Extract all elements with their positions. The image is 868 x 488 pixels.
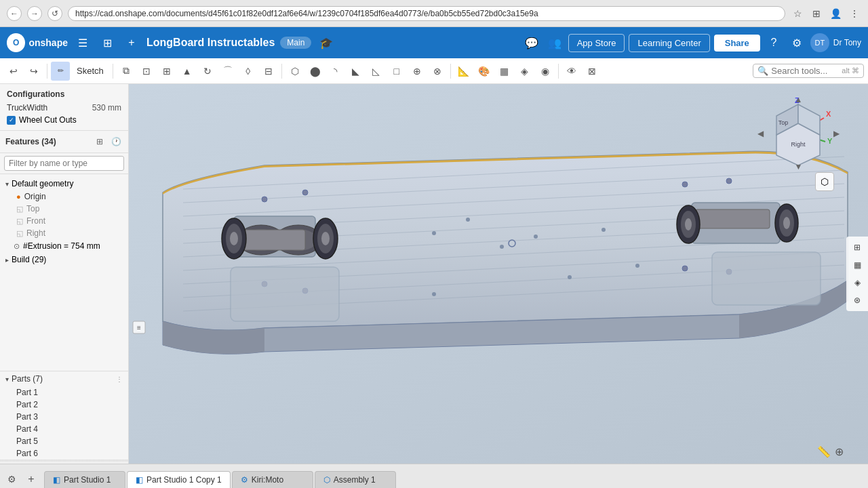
tab-kiri-moto[interactable]: ⚙ Kiri:Moto <box>232 471 313 488</box>
undo-button[interactable]: ↩ <box>4 62 23 81</box>
cube-nav-down[interactable]: ▼ <box>795 162 803 171</box>
svg-point-37 <box>682 266 688 271</box>
right-tool-1[interactable]: ⊞ <box>849 239 865 256</box>
url-bar[interactable]: https://cad.onshape.com/documents/d45f61… <box>68 6 785 21</box>
parts-scroll-fade <box>0 460 128 464</box>
measure-icon[interactable]: 📏 <box>817 445 831 458</box>
sketch-button[interactable]: ✏ <box>51 62 70 81</box>
measure-tool[interactable]: 📐 <box>454 62 473 81</box>
back-button[interactable]: ← <box>7 6 22 21</box>
top-plane-item[interactable]: ◱ Top <box>0 203 128 215</box>
toolbar-separator-1 <box>47 64 47 79</box>
help-icon[interactable]: ? <box>764 33 783 52</box>
user-avatar[interactable]: DT <box>810 33 829 52</box>
sweep-tool[interactable]: ⌒ <box>218 62 237 81</box>
pattern-tool[interactable]: ⊞ <box>157 62 176 81</box>
cube-tool[interactable]: ⬡ <box>285 62 304 81</box>
render-tool[interactable]: ◉ <box>536 62 555 81</box>
chamfer-tool[interactable]: ◣ <box>347 62 366 81</box>
doc-branch[interactable]: Main <box>280 37 311 49</box>
forward-button[interactable]: → <box>27 6 42 21</box>
tab-part-studio-copy[interactable]: ◧ Part Studio 1 Copy 1 <box>127 471 231 488</box>
expand-all-icon[interactable]: ⊞ <box>93 135 106 148</box>
list-item[interactable]: Part 1 <box>0 386 128 399</box>
add-tab-button[interactable]: + <box>22 470 40 488</box>
app-store-button[interactable]: App Store <box>568 34 625 52</box>
mirror-tool[interactable]: ⊡ <box>137 62 156 81</box>
axis-icon[interactable]: ⊕ <box>835 445 844 458</box>
list-item[interactable]: Part 5 <box>0 435 128 447</box>
shell-tool[interactable]: □ <box>387 62 406 81</box>
cube-nav-left[interactable]: ◀ <box>757 129 764 138</box>
hamburger-menu[interactable]: ☰ <box>73 33 92 52</box>
search-tools-input[interactable] <box>771 66 839 76</box>
cube-nav-up[interactable]: ▲ <box>795 95 803 104</box>
feature-filter-input[interactable] <box>4 156 124 171</box>
history-icon[interactable]: 🕐 <box>109 135 123 148</box>
extrude-tool[interactable]: ▲ <box>178 62 197 81</box>
list-item[interactable]: Part 4 <box>0 423 128 435</box>
appearance-tool[interactable]: 🎨 <box>475 62 494 81</box>
draft-tool[interactable]: ◺ <box>367 62 386 81</box>
right-tool-3[interactable]: ◈ <box>849 274 865 291</box>
tab-settings-area: ⚙ + <box>3 470 40 488</box>
default-geometry-header[interactable]: ▾ Default geometry <box>0 177 128 190</box>
offset-tool[interactable]: ⊟ <box>259 62 278 81</box>
cylinder-tool[interactable]: ⬤ <box>306 62 325 81</box>
right-plane-item[interactable]: ◱ Right <box>0 227 128 239</box>
build-section[interactable]: ▸ Build (29) <box>0 253 128 266</box>
filter-box <box>0 153 128 174</box>
right-tool-2[interactable]: ▦ <box>849 257 865 273</box>
cube-nav-right[interactable]: ▶ <box>833 129 840 138</box>
view-options[interactable]: 👁 <box>562 62 581 81</box>
redo-button[interactable]: ↪ <box>24 62 43 81</box>
new-doc-button[interactable]: + <box>122 33 141 52</box>
profile-icon[interactable]: 👤 <box>829 7 842 20</box>
origin-item[interactable]: ● Origin <box>0 190 128 203</box>
sketch-label[interactable]: Sketch <box>71 63 109 79</box>
bookmark-icon[interactable]: ☆ <box>791 7 804 20</box>
tab-part-studio-1[interactable]: ◧ Part Studio 1 <box>44 471 125 488</box>
assign-material[interactable]: ▦ <box>495 62 514 81</box>
list-item[interactable]: Part 3 <box>0 411 128 423</box>
view-style-button[interactable]: ⬡ <box>815 172 834 191</box>
split-tool[interactable]: ⊗ <box>428 62 447 81</box>
onshape-logo[interactable]: O onshape <box>7 33 68 52</box>
fillet-tool[interactable]: ◝ <box>326 62 345 81</box>
copy-tool[interactable]: ⧉ <box>117 62 136 81</box>
truck-width-value: 530 mm <box>92 103 121 113</box>
grid-menu[interactable]: ⊞ <box>98 33 117 52</box>
follow-icon[interactable]: 🎓 <box>317 33 336 52</box>
list-item[interactable]: Part 2 <box>0 399 128 411</box>
settings-icon[interactable]: ⋮ <box>848 7 861 20</box>
simulation-tool[interactable]: ◈ <box>515 62 534 81</box>
right-toolbar: ⊞ ▦ ◈ ⊛ <box>846 237 868 311</box>
features-icons: ⊞ 🕐 <box>93 135 123 148</box>
parts-header[interactable]: ▾ Parts (7) ⋮ <box>0 371 128 386</box>
chat-icon[interactable]: 💬 <box>522 33 541 52</box>
collab-icon[interactable]: 👥 <box>545 33 564 52</box>
display-options[interactable]: ⊠ <box>583 62 601 81</box>
tab-assembly-1-label: Assembly 1 <box>334 475 376 485</box>
view-cube-container[interactable]: X Y Z Right Top ▲ ▼ ◀ ▶ <box>763 98 834 169</box>
share-button[interactable]: Share <box>714 35 760 52</box>
list-item[interactable]: Part 6 <box>0 447 128 460</box>
refresh-button[interactable]: ↺ <box>47 6 62 21</box>
wheel-cutouts-row[interactable]: ✓ Wheel Cut Outs <box>7 115 121 125</box>
settings-app-icon[interactable]: ⚙ <box>787 33 806 52</box>
tab-assembly-1[interactable]: ⬡ Assembly 1 <box>315 471 396 488</box>
right-tool-4[interactable]: ⊛ <box>849 292 865 308</box>
revolve-tool[interactable]: ↻ <box>198 62 217 81</box>
front-plane-item[interactable]: ◱ Front <box>0 215 128 227</box>
learning-center-button[interactable]: Learning Center <box>629 34 709 52</box>
search-tools-box[interactable]: 🔍 alt ⌘ <box>753 64 864 78</box>
extensions-icon[interactable]: ⊞ <box>810 7 823 20</box>
loft-tool[interactable]: ◊ <box>239 62 258 81</box>
wheel-cutouts-checkbox[interactable]: ✓ <box>7 116 16 125</box>
boolean-tool[interactable]: ⊕ <box>408 62 427 81</box>
workspace-settings[interactable]: ⚙ <box>3 470 20 488</box>
canvas-area[interactable]: ≡ X Y Z Right Top ▲ ▼ <box>129 84 868 464</box>
svg-point-42 <box>500 245 504 249</box>
svg-point-40 <box>466 218 470 222</box>
front-plane-label: Front <box>26 216 45 226</box>
